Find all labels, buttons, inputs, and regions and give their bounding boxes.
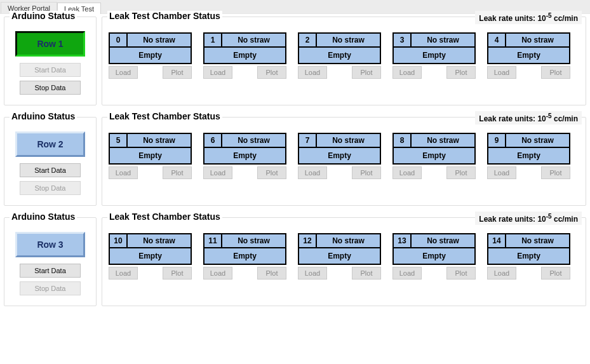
load-button[interactable]: Load xyxy=(203,166,232,179)
plot-button[interactable]: Plot xyxy=(352,166,381,179)
plot-button[interactable]: Plot xyxy=(163,267,192,280)
stop-data-button: Stop Data xyxy=(20,181,81,195)
load-button[interactable]: Load xyxy=(109,267,138,280)
row-indicator[interactable]: Row 1 xyxy=(15,31,85,57)
load-button[interactable]: Load xyxy=(298,66,327,79)
chamber-box: 3No strawEmpty xyxy=(392,32,476,64)
spacer xyxy=(232,66,257,79)
chamber-status-panel: Leak Test Chamber StatusLeak rate units:… xyxy=(102,217,586,306)
chamber-buttons: LoadPlot xyxy=(203,166,286,179)
chamber: 2No strawEmptyLoadPlot xyxy=(298,32,381,79)
chamber: 6No strawEmptyLoadPlot xyxy=(203,133,286,179)
load-button[interactable]: Load xyxy=(392,66,422,79)
load-button[interactable]: Load xyxy=(392,267,422,280)
load-button[interactable]: Load xyxy=(203,66,232,79)
load-button[interactable]: Load xyxy=(203,267,232,280)
spacer xyxy=(422,267,446,280)
spacer xyxy=(232,166,257,179)
leak-rate-units-label: Leak rate units: 10-5 cc/min xyxy=(475,11,582,24)
spacer xyxy=(422,166,446,179)
plot-button[interactable]: Plot xyxy=(446,66,476,79)
chamber-fill-status: Empty xyxy=(394,148,474,163)
stop-data-button: Stop Data xyxy=(20,281,81,295)
chamber-straw-status: No straw xyxy=(317,234,380,247)
spacer xyxy=(422,66,446,79)
chamber: 4No strawEmptyLoadPlot xyxy=(487,32,570,79)
chamber-buttons: LoadPlot xyxy=(298,267,381,280)
row-block-0: Arduino StatusRow 1Start DataStop DataLe… xyxy=(4,17,586,105)
plot-button[interactable]: Plot xyxy=(257,66,286,79)
chamber-buttons: LoadPlot xyxy=(392,66,476,79)
plot-button[interactable]: Plot xyxy=(446,166,476,179)
chamber-box: 0No strawEmpty xyxy=(109,32,192,64)
chamber-fill-status: Empty xyxy=(299,48,380,63)
chamber-straw-status: No straw xyxy=(317,34,380,46)
chamber-buttons: LoadPlot xyxy=(487,66,570,79)
chamber-straw-status: No straw xyxy=(317,134,380,147)
plot-button[interactable]: Plot xyxy=(163,166,192,179)
chamber-id: 14 xyxy=(488,234,506,247)
stop-data-button[interactable]: Stop Data xyxy=(20,81,81,95)
chamber: 12No strawEmptyLoadPlot xyxy=(298,233,381,280)
chamber-status-title: Leak Test Chamber Status xyxy=(107,212,222,222)
chamber-id: 3 xyxy=(394,34,412,46)
chamber-row: 5No strawEmptyLoadPlot6No strawEmptyLoad… xyxy=(109,129,579,179)
load-button[interactable]: Load xyxy=(298,166,327,179)
plot-button[interactable]: Plot xyxy=(541,267,570,280)
row-indicator[interactable]: Row 2 xyxy=(15,131,85,157)
chamber-buttons: LoadPlot xyxy=(487,267,570,280)
start-data-button[interactable]: Start Data xyxy=(20,264,81,278)
load-button[interactable]: Load xyxy=(487,267,516,280)
chamber-box: 6No strawEmpty xyxy=(203,133,286,165)
chamber-box: 1No strawEmpty xyxy=(203,32,286,64)
chamber-id: 1 xyxy=(204,34,222,46)
chamber-box: 5No strawEmpty xyxy=(109,133,192,165)
plot-button[interactable]: Plot xyxy=(352,66,381,79)
chamber-buttons: LoadPlot xyxy=(109,66,192,79)
plot-button[interactable]: Plot xyxy=(163,66,192,79)
chamber-id: 8 xyxy=(394,134,412,147)
chamber-header: 14No straw xyxy=(488,234,569,248)
chamber-header: 2No straw xyxy=(299,34,380,48)
chamber: 8No strawEmptyLoadPlot xyxy=(392,133,476,179)
chamber-header: 9No straw xyxy=(488,134,569,148)
chamber-straw-status: No straw xyxy=(128,234,191,247)
start-data-button[interactable]: Start Data xyxy=(20,163,81,177)
plot-button[interactable]: Plot xyxy=(541,166,570,179)
spacer xyxy=(516,267,541,280)
chamber-fill-status: Empty xyxy=(488,148,569,163)
chamber-buttons: LoadPlot xyxy=(298,66,381,79)
load-button[interactable]: Load xyxy=(392,166,422,179)
row-indicator[interactable]: Row 3 xyxy=(15,232,85,257)
chamber: 1No strawEmptyLoadPlot xyxy=(203,32,286,79)
chamber-id: 6 xyxy=(204,134,222,147)
chamber-buttons: LoadPlot xyxy=(109,267,192,280)
chamber-fill-status: Empty xyxy=(204,148,285,163)
load-button[interactable]: Load xyxy=(109,166,138,179)
arduino-status-panel: Arduino StatusRow 3Start DataStop Data xyxy=(4,217,97,306)
chamber-header: 11No straw xyxy=(204,234,285,248)
plot-button[interactable]: Plot xyxy=(257,267,286,280)
chamber-box: 10No strawEmpty xyxy=(109,233,192,265)
chamber-id: 4 xyxy=(488,34,506,46)
arduino-status-title: Arduino Status xyxy=(10,11,77,21)
plot-button[interactable]: Plot xyxy=(257,166,286,179)
chamber-fill-status: Empty xyxy=(488,48,569,63)
spacer xyxy=(138,66,163,79)
plot-button[interactable]: Plot xyxy=(352,267,381,280)
load-button[interactable]: Load xyxy=(487,166,516,179)
spacer xyxy=(327,166,352,179)
chamber-fill-status: Empty xyxy=(110,148,191,163)
chamber-id: 10 xyxy=(110,234,128,247)
chamber-header: 7No straw xyxy=(299,134,380,148)
chamber-straw-status: No straw xyxy=(412,134,474,147)
load-button[interactable]: Load xyxy=(487,66,516,79)
leak-rate-units-label: Leak rate units: 10-5 cc/min xyxy=(475,212,582,225)
load-button[interactable]: Load xyxy=(109,66,138,79)
load-button[interactable]: Load xyxy=(298,267,327,280)
plot-button[interactable]: Plot xyxy=(446,267,476,280)
spacer xyxy=(138,166,163,179)
arduino-status-panel: Arduino StatusRow 1Start DataStop Data xyxy=(4,17,97,105)
chamber-box: 14No strawEmpty xyxy=(487,233,570,265)
plot-button[interactable]: Plot xyxy=(541,66,570,79)
